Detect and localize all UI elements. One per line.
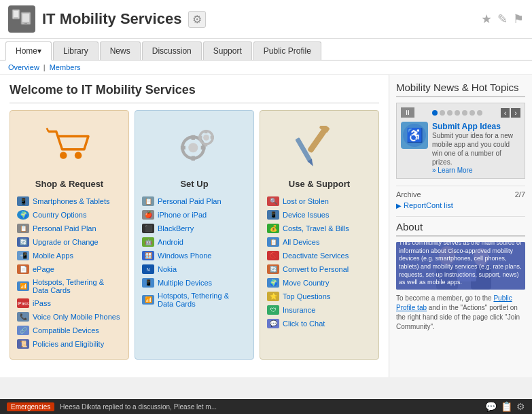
shop-list: 📱Smartphones & Tablets 🌍Country Options …	[17, 194, 122, 351]
list-item[interactable]: 📋Personal Paid Plan	[17, 222, 122, 235]
carousel-dots	[432, 110, 482, 116]
tab-support[interactable]: Support	[203, 41, 252, 60]
list-item[interactable]: 📄ePage	[17, 262, 122, 276]
setup-list: 📋Personal Paid Plan 🍎iPhone or iPad ⬛Bla…	[142, 194, 247, 310]
list-item[interactable]: 🌍Move Country	[267, 276, 372, 290]
carousel-controls: ⏸ ‹ ›	[401, 107, 520, 118]
about-section: About This community serves as the main …	[396, 221, 525, 332]
carousel-dot-6[interactable]	[469, 110, 475, 116]
svg-rect-2	[14, 18, 18, 18]
list-item[interactable]: 📲Mobile Apps	[17, 249, 122, 262]
learn-more-link[interactable]: » Learn More	[432, 167, 520, 174]
carousel-next-button[interactable]: ›	[511, 108, 520, 118]
carousel-prev-button[interactable]: ‹	[501, 108, 510, 118]
tab-news[interactable]: News	[100, 41, 141, 60]
archive-header: Archive 2/7	[396, 190, 525, 199]
svg-rect-11	[192, 156, 195, 160]
favorite-icon[interactable]: ★	[481, 12, 492, 27]
tab-home[interactable]: Home▾	[5, 41, 52, 61]
welcome-title: Welcome to IT Mobility Services	[10, 83, 379, 103]
carousel-dot-2[interactable]	[440, 110, 445, 116]
main-layout: Welcome to IT Mobility Services Shop & R…	[0, 75, 532, 377]
carousel-arrows: ‹ ›	[501, 108, 520, 118]
tab-public-profile[interactable]: Public Profile	[253, 41, 321, 60]
breadcrumb-members[interactable]: Members	[50, 63, 81, 71]
carousel-dot-5[interactable]	[462, 110, 467, 116]
svg-rect-17	[205, 143, 207, 146]
list-item[interactable]: 📱Smartphones & Tablets	[17, 194, 122, 208]
bottom-icon-1[interactable]: 💬	[485, 401, 497, 412]
list-item[interactable]: 📶Hotspots, Tethering & Data Cards	[142, 290, 247, 310]
page-title: IT Mobility Services	[42, 10, 181, 28]
svg-rect-10	[192, 135, 195, 140]
share-icon[interactable]: ⚑	[513, 12, 524, 27]
notification-text[interactable]: Heesa Dikota replied to a discussion, Pl…	[60, 403, 217, 411]
breadcrumb: Overview | Members	[0, 61, 532, 75]
list-item[interactable]: 🔄Upgrade or Change	[17, 235, 122, 249]
list-item[interactable]: 🌍Country Options	[17, 208, 122, 222]
list-item[interactable]: 📜Policies and Eligibility	[17, 337, 122, 351]
public-profile-link[interactable]: Public Profile tab	[396, 294, 512, 311]
card-setup-title: Set Up	[180, 179, 208, 189]
card-shop: Shop & Request 📱Smartphones & Tablets 🌍C…	[10, 110, 129, 360]
carousel-dot-1[interactable]	[432, 110, 438, 116]
carousel-dot-7[interactable]	[477, 110, 482, 116]
list-item[interactable]: 🔗Compatible Devices	[17, 324, 122, 337]
list-item[interactable]: 🍎iPhone or iPad	[142, 208, 247, 222]
list-item[interactable]: 💬Click to Chat	[267, 317, 372, 330]
card-support-title: Use & Support	[289, 179, 350, 189]
svg-rect-1	[14, 11, 18, 17]
bottom-bar-icons: 💬 📋 ⚙	[485, 401, 525, 412]
breadcrumb-overview[interactable]: Overview	[8, 63, 39, 71]
tab-discussion[interactable]: Discussion	[142, 41, 202, 60]
svg-rect-5	[24, 23, 27, 24]
bottom-icon-2[interactable]: 📋	[501, 401, 512, 412]
divider-2	[396, 216, 525, 217]
support-icon	[292, 119, 347, 173]
carousel-dot-3[interactable]	[447, 110, 453, 116]
carousel-dot-4[interactable]	[455, 110, 460, 116]
list-item[interactable]: 🛡Insurance	[267, 303, 372, 317]
settings-gear-icon[interactable]: ⚙	[188, 11, 206, 28]
list-item[interactable]: 🪟Windows Phone	[142, 249, 247, 262]
list-item[interactable]: 📱Multiple Devices	[142, 276, 247, 290]
archive-link[interactable]: ▶ ReportCont list	[396, 201, 525, 209]
header-left: IT Mobility Services ⚙	[8, 5, 206, 33]
news-item: ♿ Submit App Ideas Submit your idea for …	[401, 122, 520, 174]
news-item-title[interactable]: Submit App Ideas	[432, 122, 520, 131]
list-item[interactable]: 📶Hotspots, Tethering & Data Cards	[17, 276, 122, 296]
left-content: Welcome to IT Mobility Services Shop & R…	[0, 75, 389, 377]
support-list: 🔍Lost or Stolen 📱Device Issues 💰Costs, T…	[267, 194, 372, 330]
list-item[interactable]: 🔍Lost or Stolen	[267, 194, 372, 208]
list-item[interactable]: NNokia	[142, 262, 247, 276]
svg-rect-18	[198, 136, 202, 139]
archive-label: Archive	[396, 190, 421, 199]
list-item[interactable]: 📱Device Issues	[267, 208, 372, 222]
list-item[interactable]: 📋Personal Paid Plan	[142, 194, 247, 208]
archive-item-label[interactable]: ReportCont list	[404, 201, 453, 209]
list-item[interactable]: ⭐Top Questions	[267, 290, 372, 303]
about-text: To become a member, go to the Public Pro…	[396, 294, 525, 332]
list-item[interactable]: ⬛BlackBerry	[142, 222, 247, 235]
carousel-pause-button[interactable]: ⏸	[401, 107, 414, 118]
emergency-badge[interactable]: Emergencies	[7, 402, 54, 411]
list-item[interactable]: 🚫Deactivate Services	[267, 249, 372, 262]
list-item[interactable]: 📋All Devices	[267, 235, 372, 249]
card-support: Use & Support 🔍Lost or Stolen 📱Device Is…	[260, 110, 379, 360]
edit-icon[interactable]: ✎	[497, 12, 508, 27]
cards-row: Shop & Request 📱Smartphones & Tablets 🌍C…	[10, 110, 379, 360]
svg-point-6	[60, 152, 67, 159]
list-item[interactable]: 🔄Convert to Personal	[267, 262, 372, 276]
news-content: Submit App Ideas Submit your idea for a …	[432, 122, 520, 174]
tab-library[interactable]: Library	[53, 41, 99, 60]
svg-text:♿: ♿	[406, 127, 423, 143]
list-item[interactable]: iPassiPass	[17, 296, 122, 310]
card-setup: Set Up 📋Personal Paid Plan 🍎iPhone or iP…	[135, 110, 254, 360]
list-item[interactable]: 💰Costs, Travel & Bills	[267, 222, 372, 235]
list-item[interactable]: 🤖Android	[142, 235, 247, 249]
list-item[interactable]: 📞Voice Only Mobile Phones	[17, 310, 122, 324]
bottom-icon-3[interactable]: ⚙	[516, 401, 525, 412]
svg-rect-12	[181, 146, 185, 150]
about-image-overlay: This community serves as the main source…	[396, 242, 525, 290]
svg-rect-16	[205, 130, 207, 133]
